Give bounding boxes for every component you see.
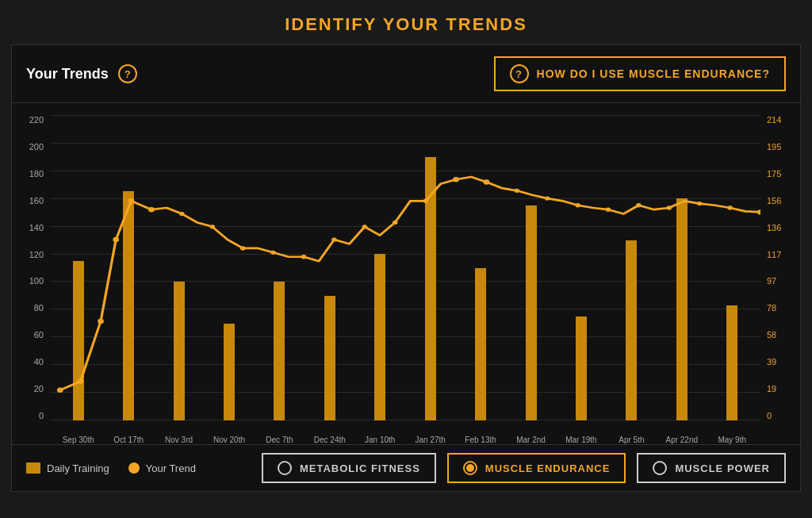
svg-point-5: [148, 207, 155, 213]
svg-point-7: [210, 224, 215, 228]
footer-buttons: METABOLIC FITNESS MUSCLE ENDURANCE MUSCL…: [262, 453, 786, 483]
svg-point-22: [667, 205, 672, 209]
svg-point-15: [453, 177, 459, 182]
svg-point-16: [484, 179, 490, 185]
svg-point-24: [727, 205, 732, 209]
svg-point-20: [606, 207, 611, 211]
svg-point-17: [515, 189, 519, 193]
legend-daily-training-label: Daily Training: [47, 462, 109, 474]
svg-point-0: [57, 387, 63, 393]
muscle-power-button[interactable]: MUSCLE POWER: [637, 453, 786, 483]
x-label: Sep 30th: [53, 436, 103, 444]
chart-inner: Sep 30thOct 17thNov 3rdNov 20thDec 7thDe…: [50, 111, 760, 444]
y-axis-right: 214 195 175 156 136 117 97 78 58 39 19 0: [760, 111, 792, 444]
how-to-use-button[interactable]: ? HOW DO I USE MUSCLE ENDURANCE?: [494, 56, 786, 91]
y-axis-left: 220 200 180 160 140 120 100 80 60 40 20 …: [20, 111, 50, 444]
svg-point-23: [697, 201, 702, 205]
svg-point-12: [362, 224, 367, 228]
muscle-endurance-label: MUSCLE ENDURANCE: [485, 462, 611, 474]
x-label: Mar 2nd: [506, 436, 556, 444]
x-label: May 9th: [707, 436, 756, 444]
chart-wrapper: 220 200 180 160 140 120 100 80 60 40 20 …: [20, 111, 792, 444]
metabolic-fitness-button[interactable]: METABOLIC FITNESS: [262, 453, 436, 483]
svg-point-8: [240, 246, 245, 250]
legend-your-trend-dot: [128, 462, 140, 474]
svg-point-11: [331, 237, 336, 241]
header-row: Your Trends ? ? HOW DO I USE MUSCLE ENDU…: [12, 45, 800, 103]
x-label: Apr 22nd: [657, 436, 707, 444]
page-title: IDENTIFY YOUR TRENDS: [0, 0, 812, 44]
svg-point-1: [78, 379, 84, 385]
svg-point-19: [575, 203, 580, 207]
svg-point-14: [423, 199, 427, 203]
metabolic-fitness-radio: [278, 461, 292, 475]
legend-daily-training-box: [26, 462, 40, 474]
svg-point-21: [636, 203, 641, 207]
x-label: Nov 3rd: [154, 436, 204, 444]
x-label: Apr 5th: [607, 436, 657, 444]
svg-point-3: [113, 237, 119, 243]
svg-point-4: [128, 198, 135, 204]
svg-point-9: [270, 251, 275, 255]
how-to-use-label: HOW DO I USE MUSCLE ENDURANCE?: [537, 67, 770, 80]
trend-line-svg: [50, 115, 760, 424]
x-label: Dec 7th: [255, 436, 304, 444]
footer-row: Daily Training Your Trend METABOLIC FITN…: [12, 444, 800, 491]
chart-area: 220 200 180 160 140 120 100 80 60 40 20 …: [12, 103, 800, 444]
btn-question-icon: ?: [510, 64, 529, 83]
x-label: Jan 27th: [405, 436, 455, 444]
x-label: Feb 13th: [455, 436, 505, 444]
your-trends-label: Your Trends: [26, 66, 109, 82]
muscle-endurance-button[interactable]: MUSCLE ENDURANCE: [447, 453, 626, 483]
muscle-power-label: MUSCLE POWER: [675, 462, 770, 474]
svg-point-10: [301, 255, 306, 259]
x-label: Nov 20th: [204, 436, 254, 444]
x-labels: Sep 30thOct 17thNov 3rdNov 20thDec 7thDe…: [50, 436, 760, 444]
muscle-endurance-radio: [463, 461, 477, 475]
header-left: Your Trends ?: [26, 64, 137, 83]
main-container: Your Trends ? ? HOW DO I USE MUSCLE ENDU…: [11, 44, 801, 492]
svg-point-25: [757, 209, 760, 215]
legend-your-trend: Your Trend: [128, 462, 196, 474]
x-label: Dec 24th: [304, 436, 354, 444]
svg-point-6: [179, 212, 184, 216]
x-label: Mar 19th: [556, 436, 606, 444]
svg-point-18: [545, 196, 550, 200]
help-icon[interactable]: ?: [118, 64, 137, 83]
x-label: Jan 10th: [355, 436, 405, 444]
muscle-power-radio: [653, 461, 667, 475]
legend-daily-training: Daily Training: [26, 462, 109, 474]
svg-point-13: [393, 221, 397, 224]
legend-your-trend-label: Your Trend: [146, 462, 196, 474]
metabolic-fitness-label: METABOLIC FITNESS: [300, 462, 420, 474]
svg-point-2: [98, 319, 104, 324]
x-label: Oct 17th: [103, 436, 153, 444]
page-wrapper: IDENTIFY YOUR TRENDS Your Trends ? ? HOW…: [0, 0, 812, 492]
